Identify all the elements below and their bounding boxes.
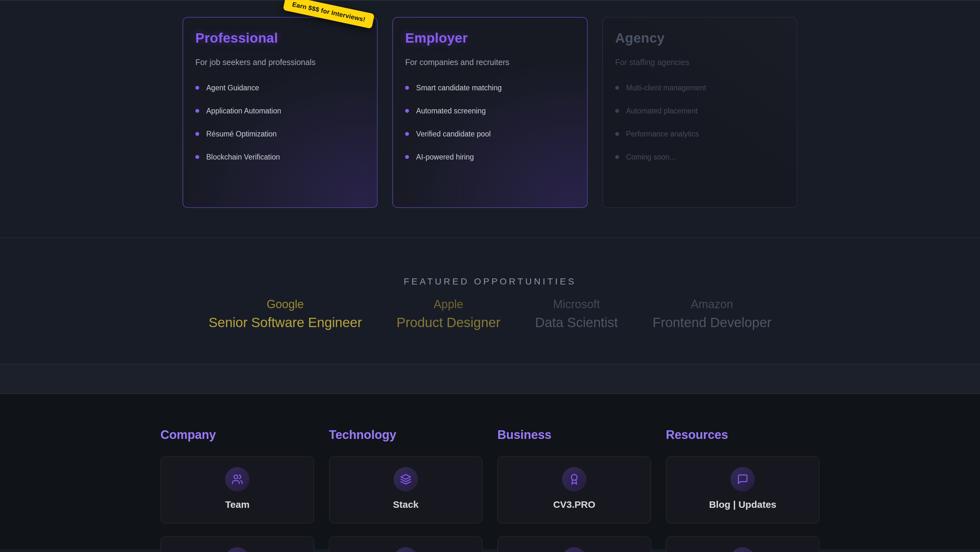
feature-item: Coming soon...: [615, 152, 784, 163]
feature-item: Multi-client management: [615, 82, 784, 93]
job-company: Amazon: [653, 297, 772, 311]
feature-item: Automated placement: [615, 105, 784, 116]
job-title: Frontend Developer: [653, 314, 772, 330]
message-bubble-icon: [737, 474, 748, 485]
plan-title: Agency: [615, 30, 784, 46]
feature-label: Agent Guidance: [206, 84, 259, 92]
footer-card-label: Blog | Updates: [709, 499, 776, 510]
icon-circle: [225, 467, 250, 491]
plans-row: Professional For job seekers and profess…: [183, 1, 797, 208]
job-company: Microsoft: [535, 297, 618, 311]
feature-label: Performance analytics: [626, 130, 699, 139]
footer-card-team[interactable]: Team: [161, 456, 314, 523]
job-title: Product Designer: [396, 314, 501, 330]
featured-jobs-row: Google Senior Software Engineer Apple Pr…: [0, 297, 980, 330]
icon-circle: [730, 467, 755, 491]
feature-label: Verified candidate pool: [416, 130, 491, 139]
icon-circle: [562, 467, 586, 491]
footer-column-resources: Resources Blog | Updates: [666, 428, 819, 552]
section-divider-strip: [0, 364, 980, 394]
feature-item: Automated screening: [405, 105, 574, 116]
feature-label: Application Automation: [206, 107, 281, 115]
featured-job-google[interactable]: Google Senior Software Engineer: [208, 297, 362, 330]
footer-card-label: CV3.PRO: [553, 499, 595, 510]
footer-column-technology: Technology Stack: [329, 428, 483, 552]
plan-card-agency: Agency For staffing agencies Multi-clien…: [602, 17, 797, 208]
footer-section: Company Team Technology: [0, 394, 980, 549]
featured-heading: FEATURED OPPORTUNITIES: [0, 276, 980, 287]
bullet-dot-icon: [405, 86, 409, 90]
feature-item: Verified candidate pool: [405, 128, 574, 139]
feature-label: Automated screening: [416, 107, 485, 115]
feature-item: Smart candidate matching: [405, 82, 574, 93]
footer-card-partial[interactable]: [329, 536, 483, 552]
icon-circle: [225, 547, 250, 552]
bullet-dot-icon: [615, 86, 619, 90]
bullet-dot-icon: [196, 132, 199, 136]
feature-label: AI-powered hiring: [416, 153, 474, 161]
users-icon: [232, 474, 243, 485]
feature-label: Automated placement: [626, 107, 698, 115]
footer-card-partial[interactable]: [161, 536, 314, 552]
bullet-dot-icon: [615, 109, 619, 113]
plans-section: Professional For job seekers and profess…: [0, 0, 980, 238]
footer-heading: Business: [497, 428, 651, 442]
icon-circle: [394, 547, 418, 552]
plan-title: Employer: [405, 30, 574, 46]
feature-item: AI-powered hiring: [405, 152, 574, 163]
plan-card-professional[interactable]: Professional For job seekers and profess…: [183, 17, 378, 208]
feature-list: Multi-client management Automated placem…: [615, 82, 784, 163]
footer-card-blog[interactable]: Blog | Updates: [666, 456, 819, 523]
bullet-dot-icon: [405, 155, 409, 159]
feature-item: Résumé Optimization: [196, 128, 365, 139]
bullet-dot-icon: [615, 132, 619, 136]
footer-card-label: Team: [225, 499, 250, 510]
footer-column-company: Company Team: [161, 428, 314, 552]
footer-heading: Company: [161, 428, 314, 442]
feature-label: Blockchain Verification: [206, 153, 280, 161]
feature-item: Blockchain Verification: [196, 152, 365, 163]
award-icon: [568, 474, 580, 485]
feature-list: Agent Guidance Application Automation Ré…: [196, 82, 365, 163]
feature-item: Performance analytics: [615, 128, 784, 139]
feature-item: Agent Guidance: [196, 82, 365, 93]
bullet-dot-icon: [615, 155, 619, 159]
footer-heading: Resources: [666, 428, 819, 442]
footer-grid: Company Team Technology: [161, 428, 819, 552]
feature-list: Smart candidate matching Automated scree…: [405, 82, 574, 163]
plan-title: Professional: [196, 30, 365, 46]
bullet-dot-icon: [405, 132, 409, 136]
bullet-dot-icon: [196, 109, 199, 113]
featured-job-apple[interactable]: Apple Product Designer: [396, 297, 501, 330]
icon-circle: [394, 467, 418, 491]
feature-label: Coming soon...: [626, 153, 676, 161]
job-company: Apple: [396, 297, 501, 311]
footer-card-partial[interactable]: [666, 536, 819, 552]
feature-item: Application Automation: [196, 105, 365, 116]
plan-card-employer[interactable]: Employer For companies and recruiters Sm…: [392, 17, 587, 208]
footer-card-label: Stack: [393, 499, 418, 510]
job-title: Data Scientist: [535, 314, 618, 330]
plan-subtitle: For companies and recruiters: [405, 57, 574, 67]
feature-label: Smart candidate matching: [416, 84, 501, 92]
featured-job-microsoft[interactable]: Microsoft Data Scientist: [535, 297, 618, 330]
featured-opportunities-section: FEATURED OPPORTUNITIES Google Senior Sof…: [0, 238, 980, 364]
footer-column-business: Business CV3.PRO: [497, 428, 651, 552]
bullet-dot-icon: [196, 155, 199, 159]
featured-job-amazon[interactable]: Amazon Frontend Developer: [653, 297, 772, 330]
footer-card-stack[interactable]: Stack: [329, 456, 483, 523]
plan-subtitle: For staffing agencies: [615, 57, 784, 67]
footer-card-partial[interactable]: [497, 536, 651, 552]
feature-label: Résumé Optimization: [206, 130, 277, 139]
plan-subtitle: For job seekers and professionals: [196, 57, 365, 67]
job-title: Senior Software Engineer: [208, 314, 362, 330]
feature-label: Multi-client management: [626, 84, 706, 92]
bullet-dot-icon: [196, 86, 199, 90]
job-company: Google: [208, 297, 362, 311]
footer-card-cv3pro[interactable]: CV3.PRO: [497, 456, 651, 523]
icon-circle: [730, 547, 755, 552]
icon-circle: [562, 547, 586, 552]
footer-heading: Technology: [329, 428, 483, 442]
layers-icon: [400, 474, 412, 485]
bullet-dot-icon: [405, 109, 409, 113]
